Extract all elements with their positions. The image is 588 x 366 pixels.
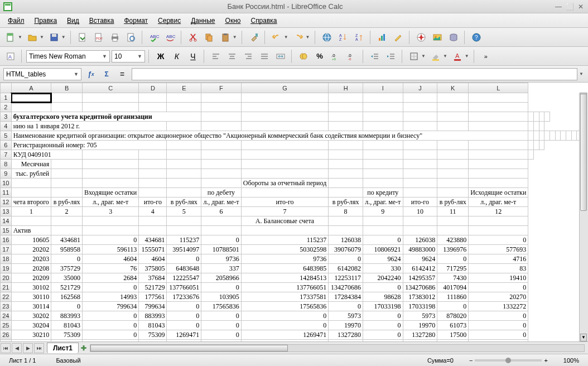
cell-K25[interactable]: 61073 [437, 321, 469, 330]
align-justify-button[interactable] [257, 49, 272, 64]
cell-K17[interactable]: 1396976 [437, 245, 469, 254]
cell-G13[interactable]: 7 [241, 207, 329, 216]
navigator-button[interactable] [414, 30, 428, 45]
cell-D5[interactable] [539, 131, 544, 141]
cell-E9[interactable] [167, 169, 201, 179]
align-left-button[interactable] [209, 49, 223, 64]
cell-H16[interactable]: 126038 [329, 235, 363, 245]
cell-K22[interactable]: 111860 [437, 292, 469, 302]
cell-E10[interactable] [167, 179, 201, 188]
merge-cells-button[interactable] [273, 49, 288, 64]
cell-G12[interactable]: ито-го [241, 198, 329, 207]
borders-button[interactable] [407, 49, 421, 64]
name-box-input[interactable] [6, 70, 74, 78]
cell-C16[interactable]: 0 [83, 235, 139, 245]
cell-H9[interactable] [329, 169, 363, 179]
zoom-in-icon[interactable]: + [544, 357, 547, 364]
cell-G1[interactable] [241, 93, 329, 103]
row-header[interactable]: 9 [1, 169, 12, 179]
chart-button[interactable] [375, 30, 389, 45]
cell-L17[interactable]: 577693 [469, 245, 528, 254]
cell-F27[interactable]: 0 [201, 340, 242, 342]
cell-E24[interactable]: 0 [167, 311, 201, 321]
cell-K16[interactable]: 423880 [437, 235, 469, 245]
cell-D24[interactable]: 883993 [139, 311, 167, 321]
cell-K27[interactable]: 69 [437, 340, 469, 342]
cell-J21[interactable]: 134270686 [403, 283, 437, 292]
print-preview-button[interactable] [124, 30, 138, 45]
cell-A15[interactable]: Актив [11, 226, 51, 235]
col-header-C[interactable]: C [83, 83, 139, 93]
cell-C6[interactable] [201, 141, 242, 150]
cell-G18[interactable]: 9736 [241, 254, 329, 264]
more-button[interactable]: » [479, 49, 493, 64]
cell-A27[interactable]: 30213 [11, 340, 51, 342]
undo-button[interactable] [269, 30, 284, 45]
cell-F24[interactable]: 0 [201, 311, 242, 321]
export-odf-button[interactable] [75, 30, 90, 45]
cell-F14[interactable] [201, 216, 242, 226]
cell-J27[interactable]: 111 [403, 340, 437, 342]
cell-K4[interactable] [534, 122, 539, 131]
tab-nav-first[interactable]: ⏮ [1, 343, 11, 353]
row-header[interactable]: 10 [1, 179, 12, 188]
cell-H26[interactable]: 1327280 [329, 330, 363, 340]
cell-B9[interactable] [51, 169, 83, 179]
cell-D14[interactable] [139, 216, 167, 226]
cell-F1[interactable] [201, 93, 242, 103]
cell-J6[interactable] [528, 141, 534, 150]
cell-J7[interactable] [437, 150, 469, 160]
cell-D15[interactable] [139, 226, 167, 235]
cell-C3[interactable] [241, 112, 329, 122]
cell-C19[interactable]: 76 [83, 264, 139, 273]
cell-A3[interactable]: бухгалтерского учета кредитной организац… [11, 112, 201, 122]
col-header-L[interactable]: L [469, 83, 528, 93]
cell-E22[interactable]: 17233676 [167, 292, 201, 302]
cell-I14[interactable] [363, 216, 403, 226]
cell-F19[interactable]: 337 [201, 264, 242, 273]
save-button[interactable] [47, 30, 61, 45]
cell-G10[interactable]: Обороты за отчетный период [241, 179, 329, 188]
cell-D9[interactable] [139, 169, 167, 179]
cell-L2[interactable] [469, 103, 528, 112]
name-box-dropdown-icon[interactable]: ▼ [74, 71, 79, 77]
cell-B21[interactable]: 521729 [51, 283, 83, 292]
cell-C25[interactable]: 0 [83, 321, 139, 330]
cell-C15[interactable] [83, 226, 139, 235]
cell-K24[interactable]: 878020 [437, 311, 469, 321]
cell-J24[interactable]: 5973 [403, 311, 437, 321]
sort-desc-button[interactable]: ZA [352, 30, 367, 45]
cell-F7[interactable] [241, 150, 329, 160]
cell-E3[interactable] [363, 112, 403, 122]
row-header[interactable]: 25 [1, 321, 12, 330]
cell-E5[interactable] [544, 131, 550, 141]
cell-J25[interactable]: 19970 [403, 321, 437, 330]
cell-G22[interactable]: 17337581 [241, 292, 329, 302]
undo-dropdown[interactable]: ▼ [284, 35, 288, 40]
cell-E12[interactable]: в руб-лях [167, 198, 201, 207]
cell-I11[interactable]: по кредиту [363, 188, 403, 198]
cell-I21[interactable]: 0 [363, 283, 403, 292]
cell-A21[interactable]: 30102 [11, 283, 51, 292]
function-wizard-button[interactable]: ƒx [85, 68, 97, 80]
cell-C5[interactable] [534, 131, 539, 141]
cell-A14[interactable] [11, 216, 51, 226]
cell-L27[interactable]: 0 [469, 340, 528, 342]
cell-F25[interactable]: 0 [201, 321, 242, 330]
status-zoom[interactable]: 100% [559, 357, 584, 364]
cell-L25[interactable]: 0 [469, 321, 528, 330]
cell-C20[interactable]: 2684 [83, 273, 139, 283]
cell-K19[interactable]: 717295 [437, 264, 469, 273]
cell-G8[interactable] [241, 160, 329, 169]
cell-E7[interactable] [201, 150, 242, 160]
cell-J4[interactable] [528, 122, 534, 131]
row-header[interactable]: 5 [1, 131, 12, 141]
cell-J19[interactable]: 6142412 [403, 264, 437, 273]
cell-I20[interactable]: 2042240 [363, 273, 403, 283]
cell-E23[interactable]: 0 [167, 302, 201, 311]
cell-F21[interactable]: 0 [201, 283, 242, 292]
menu-Файл[interactable]: Файл [3, 15, 29, 26]
cell-J2[interactable] [403, 103, 437, 112]
cell-G16[interactable]: 115237 [241, 235, 329, 245]
cell-H13[interactable]: 8 [329, 207, 363, 216]
